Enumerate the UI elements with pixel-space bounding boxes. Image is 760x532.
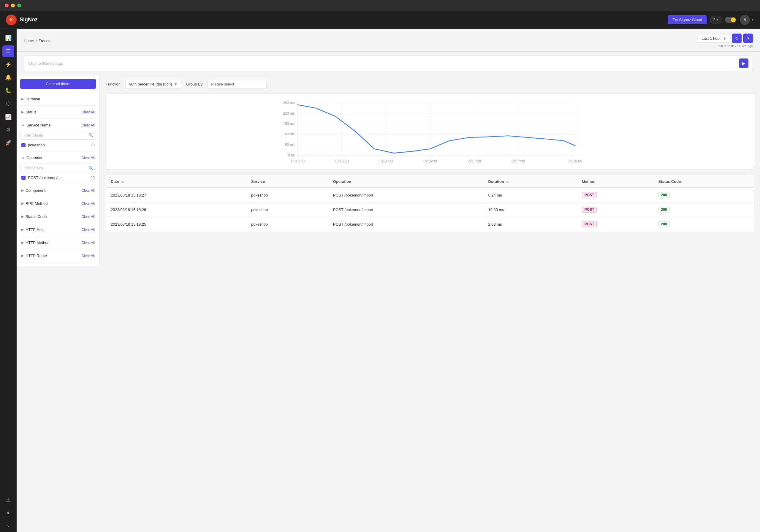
group-by-input[interactable] [207, 80, 266, 88]
http-host-clear-all-button[interactable]: Clear All [81, 228, 95, 232]
svg-text:15:15:00: 15:15:00 [291, 159, 305, 163]
component-clear-all-button[interactable]: Clear All [81, 188, 95, 193]
avatar: A [740, 15, 750, 25]
service-name-search-icon: 🔍 [86, 131, 96, 139]
help-dropdown[interactable]: ? ▼ [710, 16, 721, 24]
cell-date-0: 2023/08/18 15:18:27 [106, 188, 246, 203]
sidebar-item-rocket[interactable]: 🚀 [2, 137, 14, 149]
filter-header-http-route[interactable]: ▶ HTTP Route Clear All [20, 252, 96, 260]
rpc-method-clear-all-button[interactable]: Clear All [81, 202, 95, 206]
http-method-chevron-icon: ▶ [22, 241, 24, 245]
sidebar-item-slack[interactable]: ✦ [2, 507, 14, 519]
filter-header-duration[interactable]: ▶ Duration [20, 95, 96, 103]
col-date-sort-icon: ⇅ [121, 180, 124, 183]
svg-text:150 ms: 150 ms [283, 122, 295, 126]
operation-search-input[interactable] [21, 164, 86, 172]
svg-text:50 ms: 50 ms [285, 143, 295, 147]
table-body: 2023/08/18 15:18:27 pokeshop POST /pokem… [106, 188, 754, 231]
table-row[interactable]: 2023/08/18 15:18:27 pokeshop POST /pokem… [106, 188, 754, 203]
table-header: Date ⇅ Service Operation Duration [106, 176, 754, 188]
table-row[interactable]: 2023/08/18 15:18:25 pokeshop POST /pokem… [106, 217, 754, 231]
operation-clear-all-button[interactable]: Clear All [81, 156, 95, 160]
cell-status-2: 200 [654, 217, 754, 231]
col-duration-label: Duration [488, 179, 504, 184]
status-code-clear-all-button[interactable]: Clear All [81, 215, 95, 219]
time-range-button[interactable]: Last 1 hour ▼ [698, 34, 730, 43]
service-name-chevron-icon: ▼ [21, 123, 24, 127]
status-label: Status [25, 110, 36, 114]
filter-section-http-host: ▶ HTTP Host Clear All [20, 223, 96, 236]
window-chrome [0, 0, 760, 11]
svg-text:15:16:30: 15:16:30 [423, 159, 437, 163]
svg-text:15:15:30: 15:15:30 [335, 159, 349, 163]
sidebar-item-settings[interactable]: ⚙ [2, 124, 14, 136]
pokeshop-label: pokeshop [28, 143, 45, 147]
filter-search-button[interactable]: ▶ [739, 59, 748, 68]
component-chevron-icon: ▶ [22, 188, 24, 192]
http-route-clear-all-button[interactable]: Clear All [81, 254, 95, 258]
page-body: Clear all filters ▶ Duration ▶ [17, 75, 760, 266]
service-name-search-input[interactable] [21, 131, 86, 139]
filter-header-rpc-method[interactable]: ▶ RPC Method Clear All [20, 200, 96, 208]
clear-all-filters-button[interactable]: Clear all filters [20, 79, 96, 89]
filter-header-status[interactable]: ▶ Status Clear All [20, 108, 96, 116]
function-value: 90th percentile (duration) [129, 82, 172, 86]
table-row[interactable]: 2023/08/18 15:18:26 pokeshop POST /pokem… [106, 203, 754, 217]
http-method-clear-all-button[interactable]: Clear All [81, 241, 95, 245]
svg-text:250 ms: 250 ms [283, 101, 295, 105]
status-badge-1: 200 [658, 207, 670, 213]
http-method-label: HTTP Method [25, 240, 50, 245]
status-clear-all-button[interactable]: Clear All [81, 110, 95, 114]
try-cloud-button[interactable]: Try Signoz Cloud [668, 15, 707, 24]
col-method: Method [577, 176, 654, 188]
service-name-clear-all-button[interactable]: Clear All [81, 123, 95, 127]
breadcrumb-home[interactable]: Home [24, 39, 34, 43]
app-layout: 📊 ☰ ⚡ 🔔 🐛 ⬡ 📈 ⚙ 🚀 ⚠ ✦ > Home / Traces [0, 29, 760, 532]
filter-header-service-name[interactable]: ▼ Service Name Clear All [20, 121, 96, 129]
post-pokemon-checkbox[interactable]: ✓ [22, 176, 25, 180]
sidebar-item-topology[interactable]: ⬡ [2, 98, 14, 110]
filter-bar[interactable]: Click to filter by tags ▶ [24, 55, 753, 71]
sidebar-item-bugs[interactable]: 🐛 [2, 85, 14, 96]
svg-text:15:17:00: 15:17:00 [467, 159, 481, 163]
sidebar-item-dashboard[interactable]: 📊 [2, 32, 14, 44]
sidebar-item-traces[interactable]: ☰ [2, 45, 14, 57]
topbar-actions: Try Signoz Cloud ? ▼ A ▼ [668, 15, 754, 25]
cell-method-0: POST [577, 188, 654, 203]
refresh-caret-button[interactable]: ▼ [743, 33, 753, 43]
filter-header-operation[interactable]: ▼ Operation Clear All [20, 154, 96, 162]
header-right: Last 1 hour ▼ ↻ ▼ Last refresh - 14 sec … [698, 33, 753, 48]
refresh-button[interactable]: ↻ [732, 33, 741, 43]
col-status-code-label: Status Code [658, 179, 681, 184]
minimize-button[interactable] [11, 4, 15, 7]
svg-text:200 ms: 200 ms [283, 111, 295, 116]
sidebar-expand-button[interactable]: > [2, 520, 14, 532]
filter-item-post-pokemon: ✓ POST /pokemon/i... 10 [20, 174, 96, 181]
theme-toggle[interactable] [725, 17, 736, 23]
filter-header-http-host[interactable]: ▶ HTTP Host Clear All [20, 226, 96, 234]
filter-header-component[interactable]: ▶ Component Clear All [20, 186, 96, 194]
avatar-area[interactable]: A ▼ [740, 15, 754, 25]
function-chevron-icon: ▼ [174, 82, 177, 86]
filter-header-status-code[interactable]: ▶ Status Code Clear All [20, 213, 96, 220]
maximize-button[interactable] [17, 4, 21, 7]
function-select[interactable]: 90th percentile (duration) ▼ [125, 80, 181, 88]
close-button[interactable] [5, 4, 9, 7]
logo-icon: 👁 [6, 15, 17, 25]
filter-section-rpc-method: ▶ RPC Method Clear All [20, 197, 96, 210]
cell-date-1: 2023/08/18 15:18:26 [106, 203, 246, 217]
toggle-pill [725, 17, 736, 23]
col-date[interactable]: Date ⇅ [106, 176, 246, 188]
sidebar-item-metrics[interactable]: ⚡ [2, 59, 14, 71]
filter-header-http-method[interactable]: ▶ HTTP Method Clear All [20, 239, 96, 247]
sidebar-item-alerts[interactable]: 🔔 [2, 72, 14, 83]
sidebar-item-warning[interactable]: ⚠ [2, 494, 14, 506]
pokeshop-checkbox[interactable]: ✓ [22, 143, 25, 147]
status-badge-2: 200 [658, 221, 670, 227]
filter-section-operation: ▼ Operation Clear All 🔍 ✓ POST /pokemon/… [20, 151, 96, 184]
col-duration[interactable]: Duration ⇅ [483, 176, 577, 188]
sidebar-item-analytics[interactable]: 📈 [2, 111, 14, 122]
http-host-chevron-icon: ▶ [22, 228, 24, 231]
cell-method-2: POST [577, 217, 654, 231]
last-refresh-text: Last refresh - 14 sec ago [717, 44, 753, 48]
